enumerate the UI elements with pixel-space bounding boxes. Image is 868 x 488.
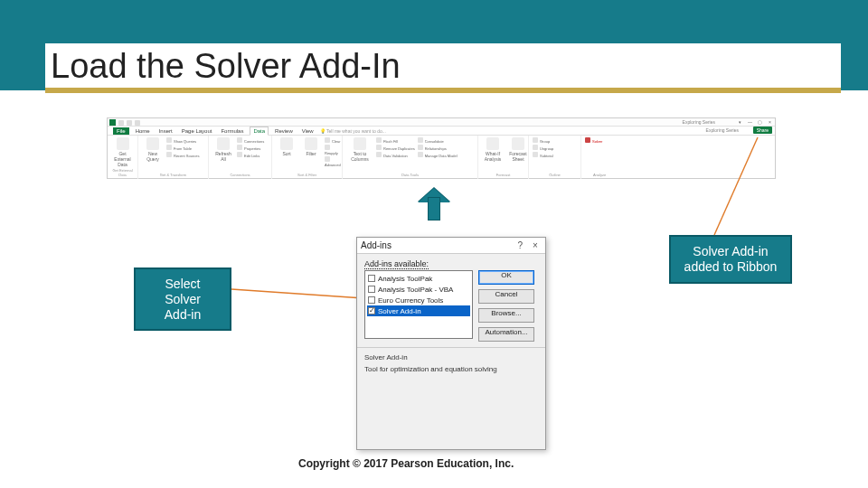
list-item-label: Solver Add-in	[378, 307, 421, 315]
maximize-icon[interactable]: ▢	[757, 119, 763, 125]
slide-title: Load the Solver Add-In	[51, 47, 841, 86]
checkbox-checked-icon[interactable]	[368, 307, 375, 314]
callout-solver-added: Solver Add-in added to Ribbon	[669, 235, 792, 284]
checkbox-icon[interactable]	[368, 296, 375, 304]
text-to-columns-icon[interactable]	[354, 137, 366, 150]
flash-fill-icon	[376, 137, 382, 143]
properties-label: Properties	[244, 146, 260, 151]
flash-fill-label: Flash Fill	[383, 139, 398, 144]
addins-dialog: Add-ins ? × Add-ins available: Analysis …	[356, 237, 546, 450]
tab-review[interactable]: Review	[272, 127, 296, 135]
checkbox-icon[interactable]	[368, 275, 375, 282]
addins-listbox[interactable]: Analysis ToolPak Analysis ToolPak - VBA …	[364, 270, 473, 339]
filter-icon[interactable]	[305, 137, 317, 150]
group-get-external: Get External Data Get External Data	[108, 136, 138, 179]
group-name-outline: Outline	[533, 173, 577, 177]
dialog-desc-head: Solver Add-in	[364, 353, 538, 361]
relationships-label: Relationships	[425, 146, 447, 151]
tab-data[interactable]: Data	[250, 127, 269, 136]
ribbon-options-icon[interactable]: ▾	[737, 119, 743, 125]
from-table-label: From Table	[174, 146, 192, 151]
share-button[interactable]: Share	[753, 127, 772, 134]
list-item-solver[interactable]: Solver Add-in	[367, 305, 470, 316]
manage-data-model-button[interactable]: Manage Data Model	[418, 152, 458, 158]
group-data-tools: Text to Columns Flash Fill Remove Duplic…	[343, 136, 478, 179]
subtotal-button[interactable]: Subtotal	[533, 152, 577, 158]
properties-button[interactable]: Properties	[237, 145, 264, 151]
relationships-button[interactable]: Relationships	[418, 145, 458, 151]
forecast-sheet-label: Forecast Sheet	[507, 151, 529, 162]
group-button[interactable]: Group	[533, 137, 577, 144]
sort-icon[interactable]	[280, 137, 293, 150]
consolidate-button[interactable]: Consolidate	[418, 137, 458, 144]
dialog-titlebar: Add-ins ? ×	[357, 238, 545, 254]
subtotal-icon	[533, 152, 538, 157]
consolidate-icon	[418, 137, 423, 143]
get-external-data-label: Get External Data	[111, 151, 134, 167]
data-validation-label: Data Validation	[383, 154, 408, 158]
tell-me-box[interactable]: 💡 Tell me what you want to do...	[320, 128, 386, 134]
get-external-data-icon[interactable]	[117, 137, 129, 150]
show-queries-button[interactable]: Show Queries	[166, 137, 199, 144]
excel-ribbon: Exploring Series ▾ — ▢ × File Home Inser…	[107, 117, 776, 179]
tab-home[interactable]: Home	[133, 127, 153, 135]
browse-button[interactable]: Browse...	[478, 308, 534, 323]
tab-file[interactable]: File	[113, 127, 129, 135]
tab-view[interactable]: View	[299, 127, 316, 135]
dialog-description: Solver Add-in Tool for optimization and …	[364, 353, 538, 389]
dialog-close-button[interactable]: ×	[529, 240, 542, 250]
list-item-label: Euro Currency Tools	[378, 296, 443, 305]
advanced-label: Advanced	[325, 163, 341, 167]
reapply-label: Reapply	[325, 151, 338, 155]
excel-logo-icon	[109, 119, 116, 126]
properties-icon	[237, 145, 242, 150]
dialog-title: Add-ins	[361, 240, 392, 250]
undo-icon[interactable]	[127, 120, 132, 126]
new-query-icon[interactable]	[146, 137, 159, 150]
edit-links-button[interactable]: Edit Links	[237, 152, 264, 158]
tab-formulas[interactable]: Formulas	[218, 127, 246, 135]
redo-icon[interactable]	[135, 120, 140, 126]
from-table-button[interactable]: From Table	[166, 145, 199, 151]
list-item[interactable]: Analysis ToolPak - VBA	[367, 284, 470, 295]
ribbon-tabs: File Home Insert Page Layout Formulas Da…	[108, 127, 775, 136]
solver-button[interactable]: Solver	[585, 137, 614, 144]
ungroup-button[interactable]: Ungroup	[533, 145, 577, 151]
group-name-connections: Connections	[212, 173, 268, 177]
connections-button[interactable]: Connections	[237, 137, 264, 144]
close-icon[interactable]: ×	[767, 119, 773, 125]
what-if-icon[interactable]	[486, 137, 499, 150]
reapply-button[interactable]: Reapply	[325, 145, 341, 155]
group-name-forecast: Forecast	[482, 173, 524, 177]
callout-right-line2: added to Ribbon	[682, 259, 779, 275]
flash-fill-button[interactable]: Flash Fill	[376, 137, 415, 144]
list-item[interactable]: Euro Currency Tools	[367, 295, 470, 305]
recent-sources-button[interactable]: Recent Sources	[166, 152, 199, 158]
new-query-label: New Query	[142, 151, 164, 162]
tab-page-layout[interactable]: Page Layout	[179, 127, 215, 135]
ok-button[interactable]: OK	[478, 270, 534, 285]
tab-insert[interactable]: Insert	[156, 127, 175, 135]
save-icon[interactable]	[118, 120, 124, 126]
edit-links-icon	[237, 152, 242, 157]
recent-sources-icon	[166, 152, 172, 157]
refresh-all-icon[interactable]	[217, 137, 230, 150]
clear-label: Clear	[332, 139, 341, 144]
clear-filter-button[interactable]: Clear	[325, 137, 341, 144]
callout-right-line1: Solver Add-in	[682, 244, 779, 259]
list-item-label: Analysis ToolPak	[378, 275, 432, 283]
dialog-help-button[interactable]: ?	[514, 240, 526, 250]
remove-duplicates-button[interactable]: Remove Duplicates	[376, 145, 415, 151]
automation-button[interactable]: Automation...	[478, 327, 534, 342]
minimize-icon[interactable]: —	[747, 119, 753, 125]
ungroup-label: Ungroup	[540, 146, 553, 151]
list-item[interactable]: Analysis ToolPak	[367, 273, 470, 284]
advanced-filter-button[interactable]: Advanced	[325, 156, 341, 167]
forecast-sheet-icon[interactable]	[512, 137, 524, 150]
consolidate-label: Consolidate	[425, 139, 444, 144]
checkbox-icon[interactable]	[368, 286, 375, 293]
sort-label: Sort	[276, 151, 297, 156]
text-to-columns-label: Text to Columns	[346, 151, 373, 162]
cancel-button[interactable]: Cancel	[478, 289, 534, 304]
data-validation-button[interactable]: Data Validation	[376, 152, 415, 158]
